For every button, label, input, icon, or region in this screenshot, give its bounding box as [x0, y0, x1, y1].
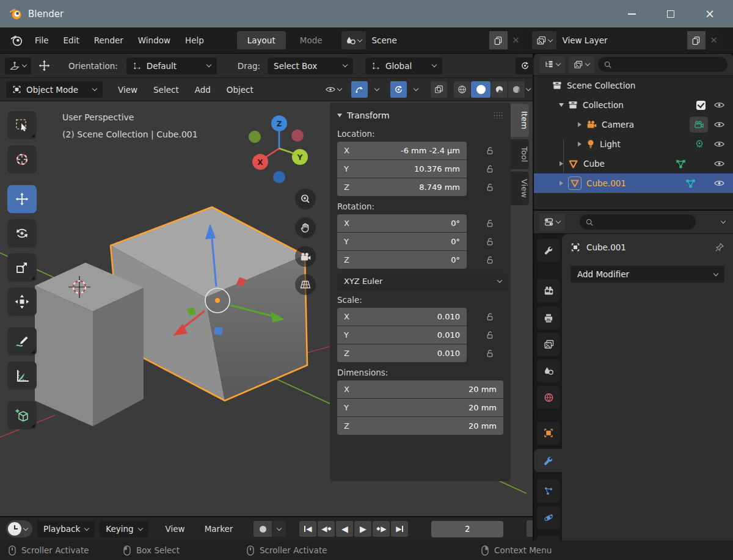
shading-material-button[interactable]	[491, 81, 508, 98]
zoom-control[interactable]	[295, 189, 316, 209]
timeline-editor-type-button[interactable]	[6, 520, 32, 537]
scale-z-field[interactable]: Z0.010	[337, 344, 467, 362]
camera-view-control[interactable]	[295, 246, 316, 267]
dimensions-y-field[interactable]: Y20 mm	[337, 399, 503, 416]
outliner-display-mode-button[interactable]	[569, 56, 594, 73]
panel-collapse-icon[interactable]	[337, 114, 342, 117]
hide-eye-icon[interactable]	[714, 140, 724, 148]
scene-unlink-button[interactable]: ✕	[508, 31, 525, 49]
tab-object[interactable]	[537, 421, 560, 445]
scene-copy-button[interactable]	[489, 31, 508, 49]
shading-dropdown[interactable]	[526, 86, 531, 91]
hide-eye-icon[interactable]	[714, 121, 724, 128]
xray-toggle[interactable]	[431, 81, 447, 98]
expand-arrow-icon[interactable]	[555, 181, 568, 186]
close-button[interactable]: ×	[704, 8, 716, 20]
lock-icon[interactable]	[485, 146, 494, 155]
editor-type-button[interactable]	[5, 57, 31, 75]
view-layer-name-field[interactable]: View Layer	[556, 35, 687, 45]
outliner-editor-type-button[interactable]	[539, 56, 565, 73]
outliner-row-light[interactable]: Light	[534, 134, 733, 154]
tool-rotate[interactable]	[7, 219, 37, 247]
jump-to-end-button[interactable]: ▶	[391, 521, 408, 537]
outliner-row-scene-collection[interactable]: Scene Collection	[534, 76, 733, 95]
hide-eye-icon[interactable]	[714, 101, 724, 109]
blender-menu-icon[interactable]	[10, 34, 23, 47]
expand-arrow-icon[interactable]	[555, 161, 568, 166]
scene-browse-button[interactable]	[341, 31, 366, 49]
shading-wireframe-button[interactable]	[454, 81, 470, 98]
outliner-search-input[interactable]	[598, 57, 728, 72]
lock-icon[interactable]	[485, 255, 494, 264]
viewport-menu-view[interactable]: View	[111, 82, 144, 98]
nav-ball-neg[interactable]	[273, 171, 285, 183]
breadcrumb-object-name[interactable]: Cube.001	[586, 242, 626, 252]
tab-output[interactable]	[537, 307, 560, 330]
pan-control[interactable]	[295, 217, 316, 238]
tool-annotate[interactable]	[7, 327, 37, 355]
collection-checkbox[interactable]	[696, 101, 706, 110]
lock-icon[interactable]	[485, 312, 494, 321]
dimensions-x-field[interactable]: X20 mm	[337, 380, 503, 398]
camera-data-icon[interactable]	[690, 117, 708, 133]
play-reverse-button[interactable]: ◀	[336, 521, 353, 537]
menu-render[interactable]: Render	[87, 32, 131, 49]
outliner-row-collection[interactable]: Collection	[534, 95, 733, 115]
add-modifier-dropdown[interactable]: Add Modifier	[571, 266, 724, 283]
sidebar-tab-view[interactable]: View	[511, 172, 529, 205]
expand-arrow-icon[interactable]	[573, 142, 586, 147]
viewport-menu-add[interactable]: Add	[188, 82, 217, 98]
orientation-dropdown[interactable]: Default	[126, 57, 217, 75]
sidebar-tab-tool[interactable]: Tool	[511, 139, 529, 169]
tab-view-layer[interactable]	[537, 333, 560, 356]
auto-keying-dropdown[interactable]	[272, 521, 286, 537]
viewport-canvas[interactable]: Z X Y User Perspective (2) Scene Collect…	[0, 101, 533, 516]
lock-icon[interactable]	[485, 164, 494, 173]
tool-measure[interactable]	[7, 362, 37, 390]
lock-icon[interactable]	[485, 349, 494, 358]
drag-dropdown[interactable]: Select Box	[268, 57, 353, 75]
shading-rendered-button[interactable]	[508, 81, 525, 98]
rotation-mode-dropdown[interactable]: XYZ Euler	[337, 273, 508, 289]
rotation-y-field[interactable]: Y0°	[337, 233, 467, 250]
outliner-row-camera[interactable]: Camera	[534, 115, 733, 134]
tool-transform[interactable]	[7, 288, 37, 316]
tab-modifiers[interactable]	[534, 449, 562, 472]
timeline-menu-view[interactable]: View	[158, 521, 192, 537]
properties-search-input[interactable]	[580, 214, 696, 230]
hide-eye-icon[interactable]	[714, 180, 724, 187]
overlays-dropdown[interactable]	[407, 81, 424, 98]
outliner-row-cube001[interactable]: Cube.001	[534, 173, 733, 193]
tool-cursor[interactable]	[7, 145, 37, 173]
gizmo-toggle[interactable]	[351, 81, 368, 98]
pin-icon[interactable]	[715, 242, 724, 252]
tab-particles[interactable]	[537, 479, 560, 503]
menu-file[interactable]: File	[27, 32, 56, 49]
pivot-dropdown[interactable]: Global	[365, 57, 442, 75]
mesh-data-icon[interactable]	[676, 159, 686, 169]
menu-window[interactable]: Window	[131, 32, 178, 49]
location-x-field[interactable]: X-6 mm -2.4 µm	[337, 142, 467, 159]
expand-arrow-icon[interactable]	[555, 103, 568, 107]
tab-constraints[interactable]	[537, 536, 560, 540]
scene-name-field[interactable]: Scene	[366, 35, 489, 45]
view-layer-browse-button[interactable]	[532, 31, 556, 49]
workspace-tab-layout[interactable]: Layout	[237, 31, 286, 49]
tab-render[interactable]	[537, 279, 560, 302]
mesh-data-icon[interactable]	[685, 178, 696, 189]
tab-world[interactable]	[537, 386, 560, 409]
view-layer-unlink-button[interactable]: ✕	[706, 31, 723, 49]
menu-help[interactable]: Help	[178, 32, 211, 49]
tab-physics[interactable]	[537, 506, 560, 529]
lock-icon[interactable]	[485, 219, 494, 228]
timeline-menu-marker[interactable]: Marker	[197, 521, 241, 537]
dimensions-z-field[interactable]: Z20 mm	[337, 417, 503, 435]
tool-move[interactable]	[7, 185, 37, 213]
scale-x-field[interactable]: X0.010	[337, 308, 467, 325]
outliner-row-cube[interactable]: Cube	[534, 154, 733, 173]
location-z-field[interactable]: Z8.749 mm	[337, 178, 467, 196]
workspace-tab-modeling[interactable]: Mode	[290, 31, 333, 49]
tab-scene[interactable]	[537, 359, 560, 382]
shading-solid-button[interactable]	[471, 81, 490, 98]
playback-dropdown[interactable]: Playback	[37, 521, 95, 537]
